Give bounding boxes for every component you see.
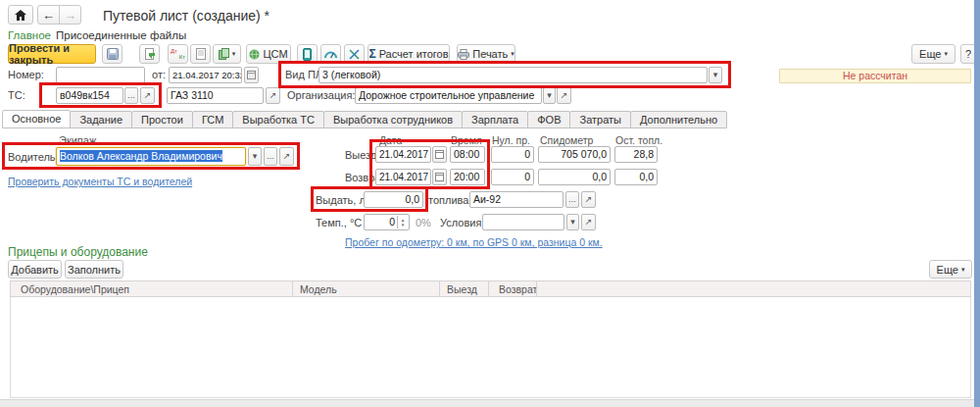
- fuel-input[interactable]: Аи-92: [469, 191, 564, 208]
- sigma-icon: Σ: [368, 47, 375, 61]
- tools-button[interactable]: [344, 44, 365, 64]
- conditions-input[interactable]: [482, 214, 564, 230]
- conditions-dropdown-button[interactable]: ▾: [566, 214, 579, 230]
- menu-item-main[interactable]: Главное: [8, 29, 51, 41]
- depart-odometer-input[interactable]: 705 070,0: [538, 146, 611, 163]
- issue-input[interactable]: 0,0: [364, 191, 423, 208]
- ellipsis-icon: ...: [267, 151, 274, 161]
- org-input[interactable]: Дорожное строительное управление: [355, 87, 542, 104]
- depart-time-input[interactable]: 08:00: [450, 146, 485, 163]
- vehicle-plate-input[interactable]: в049вк154: [56, 87, 123, 104]
- driver-input[interactable]: Волков Александр Владимирович: [56, 147, 246, 166]
- toolbar-more-button[interactable]: Еще ▾: [911, 44, 956, 64]
- print-label: Печать: [472, 48, 508, 60]
- mobile-device-button[interactable]: [297, 44, 318, 64]
- help-icon: ?: [965, 48, 971, 60]
- vehicle-model-input[interactable]: ГАЗ 3110: [167, 87, 264, 104]
- open-link-icon: ↗: [144, 90, 152, 100]
- depart-calendar-button[interactable]: [432, 146, 447, 163]
- document-button[interactable]: [190, 44, 211, 64]
- col-time: Время: [451, 134, 482, 146]
- mileage-link[interactable]: Пробег по одометру: 0 км, по GPS 0 км, р…: [345, 236, 603, 248]
- depart-zero-input[interactable]: 0: [491, 146, 534, 163]
- tab-gsm[interactable]: ГСМ: [192, 111, 233, 128]
- forward-button[interactable]: →: [59, 5, 81, 25]
- temp-input[interactable]: 0 ▴▾: [364, 214, 410, 230]
- col-date: Дата: [379, 134, 402, 146]
- trailers-more-button[interactable]: Еще ▾: [929, 260, 972, 279]
- return-time-input[interactable]: 20:00: [450, 169, 485, 185]
- tab-osnovnoe[interactable]: Основное: [2, 110, 71, 128]
- page-title: Путевой лист (создание) *: [103, 8, 270, 24]
- depart-date-input[interactable]: 21.04.2017: [375, 146, 431, 163]
- return-date-input[interactable]: 21.04.2017: [375, 169, 431, 185]
- column-divider: [536, 281, 537, 296]
- tab-zatraty[interactable]: Затраты: [569, 111, 631, 128]
- org-dropdown-button[interactable]: ▾: [543, 87, 556, 104]
- depart-fuel-rest-input[interactable]: 28,8: [614, 146, 658, 163]
- driver-select-button[interactable]: ...: [264, 147, 277, 166]
- check-documents-link[interactable]: Проверить документы ТС и водителей: [8, 176, 192, 187]
- debit-credit-button[interactable]: Дт Кт: [168, 44, 188, 64]
- th-model[interactable]: Модель: [300, 283, 337, 295]
- tab-fov[interactable]: ФОВ: [527, 111, 570, 128]
- th-equipment[interactable]: Оборудование\Прицеп: [21, 283, 129, 295]
- post-and-close-button[interactable]: Провести и закрыть: [8, 44, 96, 64]
- back-button[interactable]: ←: [37, 5, 60, 25]
- org-open-button[interactable]: ↗: [557, 87, 571, 104]
- number-input[interactable]: [56, 67, 145, 83]
- vehicle-select-button[interactable]: ...: [124, 87, 138, 104]
- save-button[interactable]: [102, 44, 122, 64]
- home-button[interactable]: [8, 5, 33, 25]
- calendar-button[interactable]: [244, 67, 259, 83]
- menu-item-attached-files[interactable]: Присоединенные файлы: [56, 29, 186, 41]
- datetime-input[interactable]: 21.04.2017 20:32:09: [169, 67, 242, 83]
- print-button[interactable]: Печать ▾: [457, 44, 515, 64]
- driver-dropdown-button[interactable]: ▾: [248, 147, 262, 166]
- driver-open-button[interactable]: ↗: [279, 147, 294, 166]
- dropdown-icon: ▾: [511, 50, 514, 58]
- return-zero-input[interactable]: 0: [491, 169, 534, 185]
- dropdown-icon: ▾: [944, 50, 948, 58]
- tab-dopolnitelno[interactable]: Дополнительно: [630, 111, 727, 128]
- temp-label: Темп., °C: [316, 217, 362, 229]
- fill-button[interactable]: Заполнить: [65, 260, 123, 279]
- vehicle-model-open-button[interactable]: ↗: [266, 87, 280, 104]
- fuel-open-button[interactable]: ↗: [581, 191, 596, 208]
- th-return[interactable]: Возврат: [499, 283, 537, 295]
- post-document-button[interactable]: [139, 44, 160, 64]
- chevron-down-icon: ▾: [547, 90, 552, 100]
- chevron-down-icon: ▾: [253, 151, 258, 161]
- calc-totals-button[interactable]: Σ Расчет итогов: [368, 44, 450, 64]
- trailers-table-body[interactable]: [10, 297, 971, 398]
- spinner-buttons[interactable]: ▴▾: [397, 216, 408, 229]
- csm-label: ЦСМ: [263, 48, 287, 60]
- trailers-table-header: Оборудование\Прицеп Модель Выезд Возврат: [10, 280, 971, 297]
- conditions-open-button[interactable]: ↗: [581, 214, 596, 230]
- return-fuel-rest-input[interactable]: 0,0: [614, 169, 658, 185]
- credit-icon: Кт: [179, 54, 185, 60]
- gauge-button[interactable]: [320, 44, 341, 64]
- chevron-down-icon: ▾: [570, 217, 575, 227]
- open-link-icon: ↗: [561, 90, 568, 100]
- tab-vyrabotka-ts[interactable]: Выработка ТС: [232, 111, 324, 128]
- tab-zarplata[interactable]: Зарплата: [462, 111, 528, 128]
- fuel-select-button[interactable]: ...: [565, 191, 579, 208]
- pl-type-input[interactable]: 3 (легковой): [318, 67, 708, 83]
- tab-zadanie[interactable]: Задание: [70, 111, 132, 128]
- add-button[interactable]: Добавить: [8, 260, 62, 279]
- globe-icon: [249, 49, 260, 60]
- ellipsis-icon: ...: [568, 194, 576, 204]
- vehicle-open-button[interactable]: ↗: [140, 87, 155, 104]
- related-documents-button[interactable]: ▾: [213, 44, 241, 64]
- from-label: от:: [152, 69, 166, 80]
- gauge-icon: [324, 49, 337, 59]
- org-label: Организация:: [287, 89, 355, 101]
- pl-type-dropdown-button[interactable]: ▾: [709, 67, 722, 83]
- tab-vyrabotka-sotrudnikov[interactable]: Выработка сотрудников: [323, 111, 463, 128]
- return-calendar-button[interactable]: [432, 169, 447, 185]
- return-odometer-input[interactable]: 0,0: [538, 169, 611, 185]
- tab-prostoi[interactable]: Простои: [131, 111, 193, 128]
- th-depart[interactable]: Выезд: [447, 283, 477, 295]
- csm-button[interactable]: ЦСМ: [246, 44, 291, 64]
